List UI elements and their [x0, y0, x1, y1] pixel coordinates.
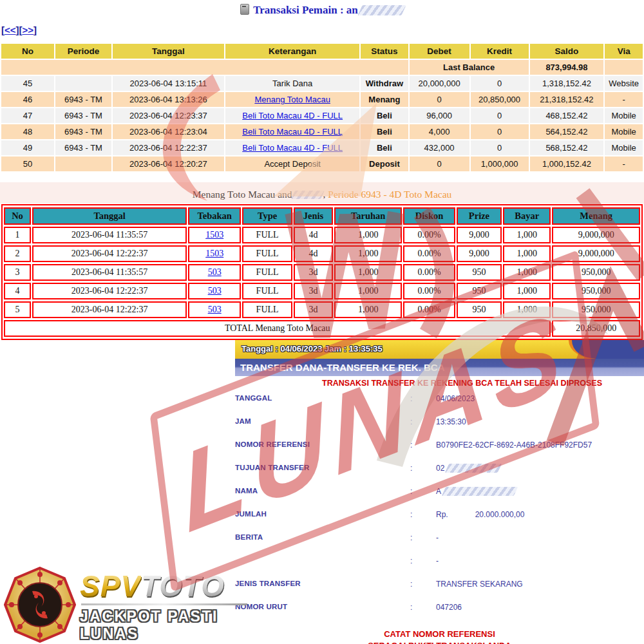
- redacted-player-name: [291, 191, 325, 199]
- colon: :: [410, 580, 436, 601]
- col-kredit: Kredit: [471, 44, 529, 59]
- cell-taruhan: 1,000: [334, 245, 402, 262]
- receipt-row: : -: [235, 555, 644, 578]
- field-label: NOMOR REFERENSI: [235, 440, 410, 462]
- cell-tanggal: 2023-06-04 13:13:26: [113, 92, 225, 107]
- colon: :: [410, 464, 436, 486]
- col-menang: Menang: [552, 207, 640, 225]
- last-balance-value: 873,994.98: [530, 60, 604, 75]
- cell-periode: [55, 156, 111, 171]
- empty-cell: [605, 60, 643, 75]
- footer-line: CATAT NOMOR REFERENSI: [235, 629, 644, 640]
- cell-tanggal: 2023-06-04 12:23:37: [113, 108, 225, 123]
- cell-diskon: 0.00%: [403, 227, 455, 243]
- field-label: BERITA: [235, 533, 410, 555]
- col-prize: Prize: [457, 207, 502, 225]
- redacted-account-name: [442, 487, 518, 496]
- field-value: TRANSFER SEKARANG: [436, 580, 644, 601]
- cell-kredit: 0: [471, 108, 529, 123]
- footer-line: SEBAGAI BUKTI TRANSAKSI ANDA: [235, 640, 644, 644]
- next-page-button[interactable]: >>: [23, 24, 34, 35]
- cell-via: -: [605, 92, 643, 107]
- cell-no: 50: [1, 156, 54, 171]
- page-title: Transaksi Pemain : an: [0, 4, 644, 17]
- cell-saldo: 568,152.42: [530, 140, 604, 155]
- table-row: 5 2023-06-04 12:22:37 503 FULL 3d 1,000 …: [4, 301, 640, 318]
- win-caption: Menang Toto Macau and, Periode 6943 - 4D…: [0, 189, 644, 200]
- cell-periode: [55, 76, 111, 91]
- table-row: 46 6943 - TM 2023-06-04 13:13:26 Menang …: [1, 92, 643, 107]
- brand-gold: SPV: [80, 569, 141, 603]
- cell-no: 1: [4, 227, 31, 243]
- cell-kredit: 0: [471, 140, 529, 155]
- field-label: NAMA: [235, 487, 410, 509]
- cell-debet: 20,000,000: [410, 76, 469, 91]
- caption-periode: Periode 6943 - 4D Toto Macau: [328, 189, 451, 200]
- prev-page-button[interactable]: <<: [5, 24, 16, 35]
- field-value-text: 02: [436, 464, 444, 473]
- cell-taruhan: 1,000: [334, 301, 402, 318]
- cell-kredit: 0: [471, 124, 529, 139]
- cell-kredit: 0: [471, 76, 529, 91]
- status-badge: Withdraw: [361, 76, 408, 91]
- redacted-player-name: [357, 5, 406, 15]
- table-row: 2 2023-06-04 12:22:37 1503 FULL 4d 1,000…: [4, 245, 640, 262]
- cell-diskon: 0.00%: [403, 301, 455, 318]
- cell-via: -: [605, 156, 643, 171]
- cell-no: 49: [1, 140, 54, 155]
- receipt-status-line: TRANSAKSI TRANSFER KE REKENING BCA TELAH…: [235, 376, 644, 389]
- cell-tanggal: 2023-06-04 12:22:37: [32, 283, 187, 299]
- keterangan-link[interactable]: Menang Toto Macau: [254, 95, 330, 104]
- cell-diskon: 0.00%: [403, 264, 455, 281]
- col-tebakan: Tebakan: [188, 207, 241, 225]
- cell-prize: 950: [457, 301, 502, 318]
- cell-kredit: 1,000,000: [471, 156, 529, 171]
- tebakan-link[interactable]: 1503: [205, 230, 223, 240]
- field-value: B0790FE2-62CF-8692-A46B-2108FF92FD57: [436, 440, 644, 462]
- keterangan-link[interactable]: Beli Toto Macau 4D - FULL: [242, 127, 343, 137]
- table-row: 3 2023-06-04 11:35:57 503 FULL 3d 1,000 …: [4, 264, 640, 281]
- receipt-row: JAM : 13:35:30: [235, 416, 644, 439]
- field-label: JUMLAH: [235, 510, 410, 532]
- cell-menang: 9,000,000: [552, 227, 640, 243]
- cell-keterangan: Tarik Dana: [225, 76, 359, 91]
- cell-menang: 950,000: [552, 283, 640, 299]
- colon: :: [410, 510, 436, 532]
- tebakan-link[interactable]: 503: [208, 305, 222, 314]
- col-no: No: [1, 44, 54, 59]
- cell-tanggal: 2023-06-04 12:22:37: [32, 245, 187, 262]
- tebakan-link[interactable]: 503: [208, 267, 222, 277]
- cell-no: 2: [4, 245, 31, 262]
- tebakan-link[interactable]: 503: [208, 286, 222, 296]
- cell-taruhan: 1,000: [334, 283, 402, 299]
- field-value: A: [436, 487, 644, 509]
- receipt-row: NAMA : A: [235, 486, 644, 509]
- tebakan-link[interactable]: 1503: [205, 249, 223, 258]
- cell-debet: 96,000: [410, 108, 469, 123]
- table-row: 1 2023-06-04 11:35:57 1503 FULL 4d 1,000…: [4, 227, 640, 243]
- receipt-row: JUMLAH : Rp.20.000.000,00: [235, 509, 644, 532]
- cell-periode: 6943 - TM: [55, 124, 111, 139]
- caption-text: Menang Toto Macau and: [193, 189, 292, 200]
- status-badge: Menang: [361, 92, 408, 107]
- cell-tanggal: 2023-06-04 12:22:37: [113, 140, 225, 155]
- total-row: TOTAL Menang Toto Macau 20,850,000: [4, 320, 640, 337]
- cell-debet: 0: [410, 92, 469, 107]
- cell-menang: 950,000: [552, 301, 640, 318]
- page-title-text: Transaksi Pemain : an: [253, 4, 358, 16]
- col-diskon: Diskon: [403, 207, 455, 225]
- col-keterangan: Keterangan: [225, 44, 359, 59]
- cell-no: 3: [4, 264, 31, 281]
- cell-prize: 9,000: [457, 245, 502, 262]
- colon: :: [410, 417, 436, 439]
- cell-menang: 950,000: [552, 264, 640, 281]
- cell-no: 5: [4, 301, 31, 318]
- cell-diskon: 0.00%: [403, 245, 455, 262]
- receipt-row: NOMOR REFERENSI : B0790FE2-62CF-8692-A46…: [235, 439, 644, 462]
- cell-prize: 950: [457, 264, 502, 281]
- keterangan-link[interactable]: Beli Toto Macau 4D - FULL: [242, 111, 343, 120]
- receipt-footer: CATAT NOMOR REFERENSI SEBAGAI BUKTI TRAN…: [235, 629, 644, 644]
- keterangan-link[interactable]: Beli Toto Macau 4D - FULL: [242, 143, 343, 153]
- cell-tanggal: 2023-06-04 12:22:37: [32, 301, 187, 318]
- field-value: Rp.20.000.000,00: [436, 510, 644, 532]
